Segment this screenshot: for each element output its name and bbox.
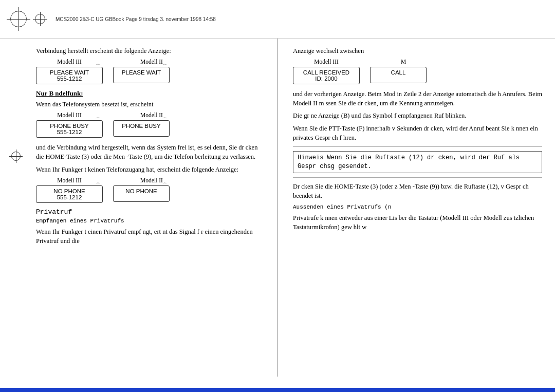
page-container: MCS2000 2&3-C UG GBBook Page 9 tirsdag 3… [0,0,555,392]
device-box-call: CALL [370,67,427,83]
section2-intro: Wenn das Telefonsystem besetzt ist, ersc… [36,100,264,109]
privatruf-title: Privatruf [36,208,264,216]
modell2-label-1: Modell II [118,59,185,65]
privatruf-subtitle: Empfangen eines Privatrufs [36,218,264,224]
left-column: Verbindung herstellt erscheint die folge… [0,39,278,377]
modell-labels-row2: Modell III Modell II [36,112,264,118]
antenna-icon-5: ⌒ [96,182,100,189]
crosshair-circle-left [10,11,27,27]
left-crosshair [11,152,21,161]
right-device-row-1: CALL RECEIVED ID: 2000 CALL [293,67,542,84]
device-wrapper-6: ⌒ NO PHONE [113,185,170,202]
device-wrapper-3: ⌒ PHONE BUSY 555-1212 [36,120,103,138]
right-device-wrapper-1: CALL RECEIVED ID: 2000 [293,67,360,84]
device-line1-3: PHONE BUSY [41,123,98,129]
aussenden-body: Privatrufe k nnen entweder aus einer Lis… [293,213,542,232]
right-device-wrapper-2: CALL [370,67,427,83]
crosshair-small [35,14,45,24]
modell2-label-2: Modell II [118,112,185,118]
device-text-6: NO PHONE [118,188,165,194]
section2-title: Nur B ndelfunk: [36,89,264,98]
body-text-1: und die Verbindung wird hergestellt, wen… [36,143,264,161]
right-modell2-label: M [375,59,432,65]
device-line1-cr: CALL RECEIVED [298,69,355,76]
right-body-text-2: Die gr ne Anzeige (B) und das Symbol f e… [293,111,542,120]
device-wrapper-2: ⌒ PLEASE WAIT [113,67,170,83]
right-body-text-4: Dr cken Sie die HOME-Taste (3) (oder z M… [293,182,542,200]
body-text-2: Wenn Ihr Funkger t keinen Telefonzugang … [36,165,264,174]
device-text-call: CALL [375,69,422,76]
modell-labels-row3: Modell III Modell II [36,177,264,183]
antenna-icon-2: ⌒ [162,63,167,70]
right-intro-text: Anzeige wechselt zwischen [293,46,542,55]
right-body-text-1: und der vorherigen Anzeige. Beim Mod in … [293,89,542,108]
right-modell-labels-row: Modell III M [293,59,542,65]
device-text-2: PLEASE WAIT [118,69,165,76]
device-box-please-wait-2: ⌒ PLEASE WAIT [113,67,170,83]
intro-text: Verbindung herstellt erscheint die folge… [36,46,264,55]
divider [293,146,542,147]
device-box-phone-busy-2: ⌒ PHONE BUSY [113,120,170,137]
modell3-label-1: Modell III [36,59,103,65]
device-row-1: ⌒ PLEASE WAIT 555-1212 ⌒ PLEASE WAIT [36,67,264,84]
device-line1-5: NO PHONE [41,188,98,194]
antenna-icon-6: ⌒ [162,182,167,189]
device-line2-3: 555-1212 [41,129,98,135]
modell2-label-3: Modell II [118,177,185,183]
right-column: Anzeige wechselt zwischen Modell III M C… [278,39,555,377]
device-row-2: ⌒ PHONE BUSY 555-1212 ⌒ PHONE BUSY [36,120,264,138]
header-text: MCS2000 2&3-C UG GBBook Page 9 tirsdag 3… [55,16,216,22]
antenna-icon-1: ⌒ [96,63,100,70]
modell3-label-3: Modell III [36,177,103,183]
device-line2-5: 555-1212 [41,194,98,200]
right-body-text-3: Wenn Sie die PTT-Taste (F) innerhalb v S… [293,124,542,142]
modell-labels-row1: Modell III Modell II [36,59,264,65]
privatruf-body: Wenn Ihr Funkger t einen Privatruf empf … [36,227,264,246]
device-wrapper-4: ⌒ PHONE BUSY [113,120,170,137]
device-wrapper-1: ⌒ PLEASE WAIT 555-1212 [36,67,103,84]
device-line1-1: PLEASE WAIT [41,69,98,76]
device-box-phone-busy-3: ⌒ PHONE BUSY 555-1212 [36,120,103,138]
device-box-call-received: CALL RECEIVED ID: 2000 [293,67,360,84]
divider2 [293,177,542,178]
antenna-icon-4: ⌒ [162,117,167,123]
device-text-4: PHONE BUSY [118,123,165,129]
device-box-no-phone-2: ⌒ NO PHONE [113,185,170,202]
device-wrapper-5: ⌒ NO PHONE 555-1212 [36,185,103,203]
main-content: Verbindung herstellt erscheint die folge… [0,39,555,377]
device-box-no-phone-3: ⌒ NO PHONE 555-1212 [36,185,103,203]
device-row-3: ⌒ NO PHONE 555-1212 ⌒ NO PHONE [36,185,264,203]
device-line2-1: 555-1212 [41,76,98,82]
note-text: Hinweis Wenn Sie die Ruftaste (12) dr ck… [298,154,520,170]
modell3-label-2: Modell III [36,112,103,118]
top-header: MCS2000 2&3-C UG GBBook Page 9 tirsdag 3… [0,0,555,39]
device-box-please-wait-3: ⌒ PLEASE WAIT 555-1212 [36,67,103,84]
aussenden-title: Aussenden eines Privatrufs (n [293,204,542,210]
note-box: Hinweis Wenn Sie die Ruftaste (12) dr ck… [293,151,542,174]
device-line2-cr: ID: 2000 [298,76,355,82]
right-modell3-label: Modell III [293,59,360,65]
antenna-icon-3: ⌒ [96,117,100,123]
bottom-bar [0,388,555,392]
